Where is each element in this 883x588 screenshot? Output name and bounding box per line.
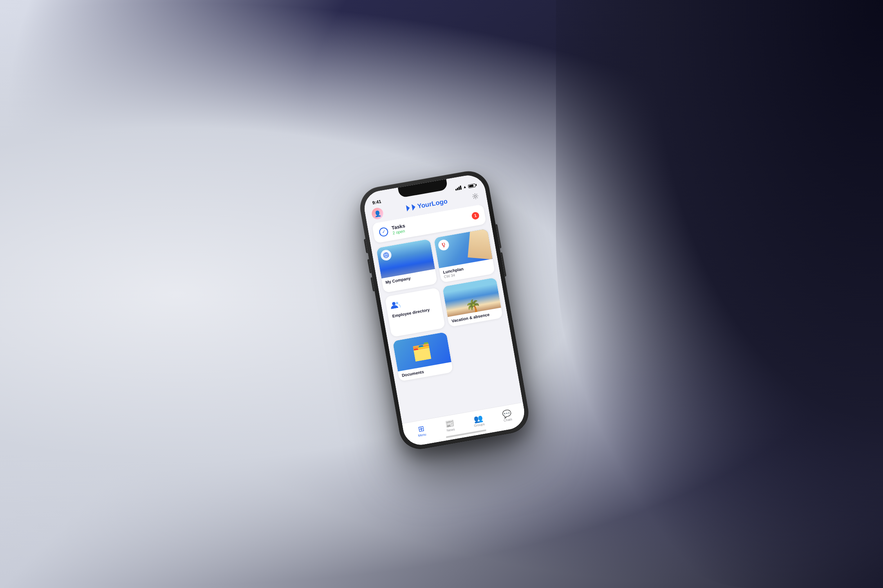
nav-item-chats[interactable]: 💬 Chats [492, 408, 522, 424]
svg-point-1 [383, 252, 389, 258]
grid-item-my-company[interactable]: My Company [376, 239, 437, 293]
nav-item-news[interactable]: 📰 News [435, 417, 465, 434]
building-icon [383, 252, 389, 258]
lunchplan-icon [437, 239, 450, 251]
nav-chats-label: Chats [503, 417, 512, 422]
grid-item-vacation-absence[interactable]: Vacation & absence [442, 277, 503, 327]
logo-text: YourLogo [417, 197, 448, 210]
nav-menu-label: Menu [418, 433, 426, 438]
signal-bar-4 [460, 186, 462, 190]
tasks-badge: 1 [471, 211, 480, 220]
folder-icon: 🗂️ [411, 341, 433, 362]
svg-rect-2 [385, 255, 387, 256]
grid-item-documents[interactable]: 🗂️ Documents [392, 332, 453, 382]
my-company-icon [380, 249, 392, 261]
nav-item-groups[interactable]: 👥 Groups [463, 413, 494, 429]
svg-line-3 [442, 243, 443, 245]
avatar[interactable]: 👤 [371, 207, 384, 220]
battery-fill [469, 184, 474, 187]
grid-item-employee-directory[interactable]: Employee directory [385, 287, 445, 337]
logo-your: Your [417, 200, 433, 210]
phone-inner: 9:41 ▲ [362, 173, 527, 448]
phone-screen: 9:41 ▲ [362, 173, 527, 448]
tasks-check-icon: ✓ [379, 227, 389, 237]
app-grid: My Company [376, 229, 511, 382]
battery-icon [468, 183, 475, 188]
settings-button[interactable] [470, 191, 480, 201]
chat-icon: 💬 [502, 409, 512, 418]
people-icon [390, 300, 401, 309]
logo-icon [406, 204, 416, 212]
employee-icon [390, 300, 401, 311]
phone-device: 9:41 ▲ [357, 168, 532, 453]
nav-news-label: News [446, 427, 455, 432]
grid-icon: ⊞ [417, 425, 425, 433]
fork-knife-icon [440, 242, 447, 248]
status-time: 9:41 [372, 199, 382, 205]
newspaper-icon: 📰 [445, 420, 455, 429]
logo-brand: Logo [431, 197, 448, 207]
groups-icon: 👥 [473, 414, 483, 423]
avatar-icon: 👤 [374, 210, 382, 218]
wifi-icon: ▲ [463, 184, 467, 189]
grid-item-lunchplan[interactable]: Lunchplan CW 34 [434, 229, 495, 283]
nav-item-menu[interactable]: ⊞ Menu [406, 423, 437, 440]
svg-point-0 [474, 195, 477, 197]
svg-point-4 [392, 302, 396, 305]
signal-bars-icon [455, 186, 462, 191]
gear-icon [471, 193, 479, 200]
svg-point-5 [396, 302, 399, 305]
scene-container: 9:41 ▲ [221, 36, 668, 584]
